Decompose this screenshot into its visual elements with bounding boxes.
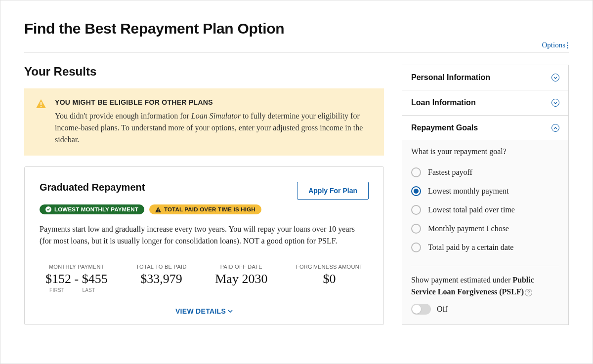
- repayment-goals-accordion[interactable]: Repayment Goals: [402, 116, 568, 140]
- alert-body-em: Loan Simulator: [191, 112, 241, 120]
- apply-for-plan-button[interactable]: Apply For Plan: [297, 182, 369, 200]
- badge-yellow-label: TOTAL PAID OVER TIME IS HIGH: [164, 206, 255, 212]
- view-details-button[interactable]: VIEW DETAILS: [175, 307, 233, 315]
- sidebar-panel: Personal Information Loan Information: [402, 65, 569, 325]
- toggle-knob: [412, 305, 421, 314]
- stat-value: $152 - $455: [45, 272, 108, 286]
- radio-label: Lowest total paid over time: [428, 205, 515, 214]
- svg-point-0: [567, 42, 568, 43]
- personal-information-accordion[interactable]: Personal Information: [402, 65, 568, 90]
- radio-icon: [411, 224, 421, 234]
- options-label: Options: [542, 41, 565, 49]
- total-to-be-paid-stat: TOTAL TO BE PAID $33,979: [136, 264, 186, 293]
- radio-icon: [411, 167, 421, 177]
- lowest-monthly-payment-badge: LOWEST MONTHLY PAYMENT: [40, 204, 144, 214]
- radio-icon: [411, 186, 421, 196]
- toggle-label: Off: [437, 305, 448, 314]
- radio-label: Lowest monthly payment: [428, 187, 509, 196]
- accordion-title: Loan Information: [411, 98, 476, 107]
- accordion-title: Repayment Goals: [411, 123, 478, 132]
- sidebar-divider: [411, 266, 559, 266]
- loan-information-accordion[interactable]: Loan Information: [402, 90, 568, 115]
- goal-radio-option[interactable]: Lowest monthly payment: [411, 182, 559, 201]
- goal-radio-option[interactable]: Fastest payoff: [411, 163, 559, 182]
- chevron-down-circle-icon: [551, 99, 559, 107]
- badge-green-label: LOWEST MONTHLY PAYMENT: [54, 206, 138, 212]
- monthly-last-label: LAST: [82, 287, 95, 293]
- goal-radio-option[interactable]: Monthly payment I chose: [411, 219, 559, 238]
- paid-off-date-stat: PAID OFF DATE May 2030: [215, 264, 267, 293]
- svg-rect-3: [41, 102, 42, 105]
- alert-body-pre: You didn't provide enough information fo…: [55, 112, 191, 120]
- accordion-title: Personal Information: [411, 73, 490, 82]
- stat-value: $0: [296, 272, 363, 286]
- goal-radio-option[interactable]: Lowest total paid over time: [411, 201, 559, 219]
- kebab-icon: [566, 42, 569, 49]
- help-icon[interactable]: ?: [525, 289, 532, 296]
- stat-value: $33,979: [136, 272, 186, 286]
- stat-label: MONTHLY PAYMENT: [45, 264, 108, 270]
- svg-rect-4: [41, 106, 42, 107]
- repayment-goals-body: What is your repayment goal? Fastest pay…: [402, 140, 568, 324]
- pslf-toggle[interactable]: [411, 304, 431, 315]
- monthly-first-label: FIRST: [49, 287, 64, 293]
- total-paid-high-badge: TOTAL PAID OVER TIME IS HIGH: [149, 204, 261, 214]
- plan-description: Payments start low and gradually increas…: [40, 223, 369, 247]
- stat-label: TOTAL TO BE PAID: [136, 264, 186, 270]
- monthly-payment-stat: MONTHLY PAYMENT $152 - $455 FIRST LAST: [45, 264, 108, 293]
- stat-value: May 2030: [215, 272, 267, 286]
- svg-rect-7: [158, 211, 158, 211]
- chevron-down-circle-icon: [551, 74, 559, 81]
- radio-icon: [411, 243, 421, 252]
- svg-point-2: [567, 47, 568, 48]
- goal-question: What is your repayment goal?: [411, 147, 559, 156]
- radio-label: Monthly payment I chose: [428, 224, 509, 233]
- page-title: Find the Best Repayment Plan Option: [24, 20, 569, 37]
- check-circle-icon: [45, 206, 51, 212]
- alert-body: You didn't provide enough information fo…: [55, 110, 372, 146]
- stat-label: PAID OFF DATE: [215, 264, 267, 270]
- chevron-up-circle-icon: [551, 124, 559, 132]
- radio-label: Total paid by a certain date: [428, 243, 513, 252]
- pslf-pre: Show payment estimated under: [411, 276, 512, 284]
- alert-title: YOU MIGHT BE ELIGIBLE FOR OTHER PLANS: [55, 98, 372, 106]
- warning-icon: [36, 99, 46, 146]
- chevron-down-icon: [228, 310, 233, 313]
- radio-icon: [411, 205, 421, 215]
- stat-label: FORGIVENESS AMOUNT: [296, 264, 363, 270]
- svg-rect-6: [158, 208, 158, 210]
- view-details-label: VIEW DETAILS: [175, 307, 226, 315]
- pslf-text: Show payment estimated under Public Serv…: [411, 274, 559, 298]
- eligibility-alert: YOU MIGHT BE ELIGIBLE FOR OTHER PLANS Yo…: [24, 88, 384, 156]
- plan-card: Graduated Repayment Apply For Plan LOWES…: [24, 166, 384, 325]
- svg-point-1: [567, 44, 568, 46]
- plan-name: Graduated Repayment: [40, 182, 145, 193]
- forgiveness-amount-stat: FORGIVENESS AMOUNT $0: [296, 264, 363, 293]
- options-link[interactable]: Options: [542, 41, 569, 49]
- goal-radio-option[interactable]: Total paid by a certain date: [411, 238, 559, 257]
- radio-label: Fastest payoff: [428, 168, 472, 177]
- results-title: Your Results: [24, 65, 384, 79]
- warning-small-icon: [155, 207, 161, 212]
